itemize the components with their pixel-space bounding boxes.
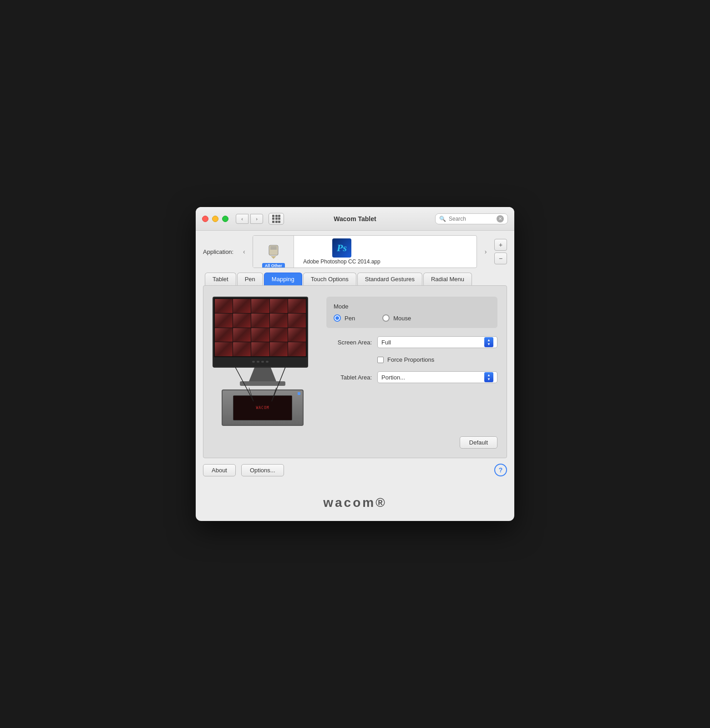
monitor-wrapper: WACOM (213, 297, 313, 426)
monitor-controls (214, 357, 307, 366)
tablet-device: WACOM (222, 389, 304, 426)
settings-panel: Mode Pen Mouse Screen Area: (326, 297, 497, 383)
pen-label: Pen (345, 315, 355, 322)
mode-mouse-option[interactable]: Mouse (382, 314, 411, 322)
pen-radio[interactable] (334, 314, 341, 322)
search-icon: 🔍 (439, 216, 446, 222)
mode-options: Pen Mouse (334, 314, 490, 322)
monitor-stand (249, 368, 276, 381)
bottom-bar: About Options... ? (196, 458, 514, 482)
back-button[interactable]: ‹ (236, 214, 248, 224)
tabs-bar: Tablet Pen Mapping Touch Options Standar… (196, 273, 514, 285)
search-input[interactable] (449, 216, 493, 222)
main-window: ‹ › Wacom Tablet 🔍 ✕ Application: ‹ (196, 207, 514, 521)
tab-tablet[interactable]: Tablet (205, 273, 236, 285)
tab-gestures[interactable]: Standard Gestures (357, 273, 422, 285)
close-button[interactable] (202, 216, 208, 222)
screen-area-select[interactable]: Full ▲ ▼ (377, 336, 497, 348)
default-button[interactable]: Default (460, 436, 497, 449)
grid-icon (272, 215, 280, 223)
options-button[interactable]: Options... (241, 464, 284, 476)
force-proportions-checkbox[interactable] (377, 357, 384, 363)
screen-area-value: Full (381, 339, 391, 346)
app-bar: Application: ‹ All Other Ps Adobe Photos… (196, 231, 514, 273)
photoshop-icon: Ps (332, 238, 351, 258)
app-next-button[interactable]: › (481, 247, 491, 257)
tablet-area-row: Tablet Area: Portion... ▲ ▼ (326, 371, 497, 383)
forward-button[interactable]: › (250, 214, 263, 224)
mouse-radio[interactable] (382, 314, 390, 322)
monitor-screen (214, 298, 307, 357)
minimize-button[interactable] (212, 216, 218, 222)
all-other-badge: All Other (262, 263, 285, 268)
monitor-base (240, 381, 285, 386)
screen-area-arrows: ▲ ▼ (484, 337, 493, 347)
tab-pen[interactable]: Pen (237, 273, 263, 285)
application-label: Application: (203, 248, 233, 255)
app-icons-area: All Other Ps Adobe Photoshop CC 2014.app (253, 235, 477, 268)
app-prev-button[interactable]: ‹ (239, 247, 249, 257)
force-proportions-label: Force Proportions (387, 356, 434, 363)
mode-title: Mode (334, 303, 490, 310)
content-inner: WACOM Mode (213, 297, 497, 426)
tab-radial[interactable]: Radial Menu (423, 273, 472, 285)
tab-touch[interactable]: Touch Options (303, 273, 356, 285)
remove-app-button[interactable]: − (494, 253, 507, 264)
svg-rect-2 (270, 248, 277, 249)
clear-search-button[interactable]: ✕ (497, 215, 504, 222)
tablet-screen: WACOM (233, 395, 292, 420)
tablet-illustration: WACOM (213, 297, 313, 426)
titlebar: ‹ › Wacom Tablet 🔍 ✕ (196, 207, 514, 231)
app-controls: + − (494, 239, 507, 264)
help-button[interactable]: ? (494, 464, 507, 476)
photoshop-name: Adobe Photoshop CC 2014.app (303, 258, 380, 265)
screen-area-row: Screen Area: Full ▲ ▼ (326, 336, 497, 348)
add-app-button[interactable]: + (494, 239, 507, 251)
screen-area-label: Screen Area: (326, 339, 372, 346)
all-other-slot[interactable]: All Other (253, 236, 294, 268)
mouse-label: Mouse (393, 315, 411, 322)
grid-button[interactable] (269, 213, 284, 225)
about-button[interactable]: About (203, 464, 236, 476)
tab-mapping[interactable]: Mapping (264, 273, 302, 285)
tablet-area-value: Portion... (381, 374, 405, 381)
tablet-area-arrows: ▲ ▼ (484, 372, 493, 382)
wacom-logo: wacom® (196, 482, 514, 521)
content-area: WACOM Mode (203, 285, 507, 458)
svg-rect-1 (270, 247, 277, 248)
search-bar[interactable]: 🔍 ✕ (435, 213, 508, 224)
tablet-area-label: Tablet Area: (326, 374, 372, 381)
window-title: Wacom Tablet (334, 215, 376, 222)
all-other-icon (264, 242, 283, 261)
stylus-icon (265, 243, 282, 260)
tablet-area-select[interactable]: Portion... ▲ ▼ (377, 371, 497, 383)
mode-section: Mode Pen Mouse (326, 297, 497, 328)
maximize-button[interactable] (222, 216, 228, 222)
traffic-lights (202, 216, 228, 222)
photoshop-slot[interactable]: Ps Adobe Photoshop CC 2014.app (294, 236, 385, 268)
monitor-display (213, 297, 308, 368)
nav-buttons: ‹ › (236, 214, 263, 224)
svg-marker-3 (271, 256, 276, 259)
mode-pen-option[interactable]: Pen (334, 314, 355, 322)
force-proportions-row: Force Proportions (377, 356, 497, 363)
